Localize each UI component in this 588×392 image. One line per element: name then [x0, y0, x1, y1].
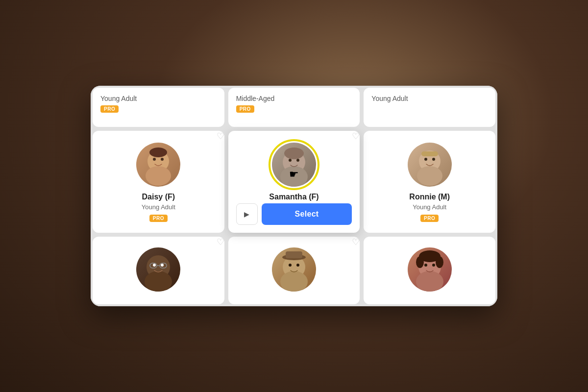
bottom-mid-heart-icon[interactable]: ♡	[352, 237, 360, 247]
samantha-action-row: ▶ Select	[236, 203, 352, 225]
character-selector-panel: Young Adult PRO Middle-Aged PRO Young Ad…	[91, 86, 497, 306]
ronnie-avatar-wrapper	[408, 143, 452, 187]
daisy-avatar-wrapper	[136, 143, 180, 187]
svg-point-29	[416, 271, 443, 292]
bottom-mid-avatar-wrapper	[272, 247, 316, 292]
ronnie-cell[interactable]: Ronnie (M) Young Adult PRO	[364, 131, 495, 233]
svg-point-31	[432, 264, 435, 267]
cursor-pointer-icon: ☛	[289, 168, 299, 181]
top-left-pro-badge: PRO	[100, 105, 119, 113]
svg-point-34	[436, 256, 443, 268]
svg-point-18	[161, 264, 164, 267]
ronnie-age: Young Adult	[413, 203, 446, 211]
bottom-left-avatar-wrapper	[136, 247, 180, 292]
bottom-right-cell[interactable]	[364, 237, 495, 304]
bottom-mid-avatar	[272, 247, 316, 292]
bottom-left-face-svg	[136, 247, 180, 292]
bottom-right-avatar	[408, 247, 452, 292]
svg-point-12	[424, 158, 427, 161]
top-mid-cell: Middle-Aged PRO	[228, 88, 360, 127]
svg-point-9	[284, 147, 304, 159]
samantha-cell[interactable]: ♡ ☛ Samantha (F) ▶ Sel	[228, 131, 360, 233]
daisy-avatar	[136, 143, 180, 187]
svg-point-25	[296, 264, 299, 267]
bottom-left-heart-icon[interactable]: ♡	[217, 237, 224, 247]
svg-point-3	[161, 158, 164, 161]
daisy-face-svg	[136, 143, 180, 187]
svg-rect-14	[421, 151, 438, 156]
ronnie-face-svg	[408, 143, 452, 187]
top-right-cell: Young Adult	[364, 88, 495, 127]
bottom-right-face-svg	[408, 247, 452, 292]
svg-point-13	[432, 158, 435, 161]
samantha-play-button[interactable]: ▶	[236, 203, 258, 225]
svg-point-2	[153, 158, 156, 161]
svg-point-16	[145, 271, 172, 292]
svg-point-8	[296, 159, 299, 162]
svg-point-23	[280, 271, 308, 292]
samantha-heart-icon[interactable]: ♡	[352, 131, 360, 142]
top-mid-pro-badge: PRO	[236, 105, 254, 113]
svg-point-33	[416, 256, 424, 268]
bottom-mid-face-svg	[272, 247, 316, 292]
svg-rect-27	[286, 251, 302, 258]
svg-point-7	[289, 159, 292, 162]
character-grid: Young Adult PRO Middle-Aged PRO Young Ad…	[91, 86, 497, 306]
daisy-age: Young Adult	[142, 203, 175, 211]
bottom-left-avatar	[136, 247, 180, 292]
samantha-select-button[interactable]: Select	[262, 203, 352, 225]
top-mid-age-label: Middle-Aged	[236, 95, 275, 102]
daisy-cell[interactable]: ♡ Daisy (F) Young Adult PRO	[93, 131, 224, 233]
svg-point-17	[153, 264, 156, 267]
daisy-heart-icon[interactable]: ♡	[217, 131, 224, 142]
svg-point-1	[146, 166, 171, 186]
svg-point-30	[424, 264, 427, 267]
svg-point-24	[289, 264, 292, 267]
ronnie-name: Ronnie (M)	[409, 193, 450, 201]
bottom-right-avatar-wrapper	[408, 247, 452, 292]
top-right-age-label: Young Adult	[371, 95, 408, 102]
top-left-cell: Young Adult PRO	[93, 88, 224, 127]
bottom-left-cell[interactable]: ♡	[93, 237, 224, 304]
svg-point-11	[417, 166, 442, 186]
ronnie-avatar	[408, 143, 452, 187]
samantha-avatar-wrapper: ☛	[272, 143, 316, 187]
ronnie-pro-badge: PRO	[420, 215, 439, 222]
bottom-mid-cell[interactable]: ♡	[228, 237, 360, 304]
daisy-pro-badge: PRO	[149, 215, 168, 222]
daisy-name: Daisy (F)	[142, 193, 175, 201]
samantha-name: Samantha (F)	[269, 193, 318, 201]
top-left-age-label: Young Adult	[100, 95, 137, 102]
svg-point-4	[149, 147, 167, 157]
